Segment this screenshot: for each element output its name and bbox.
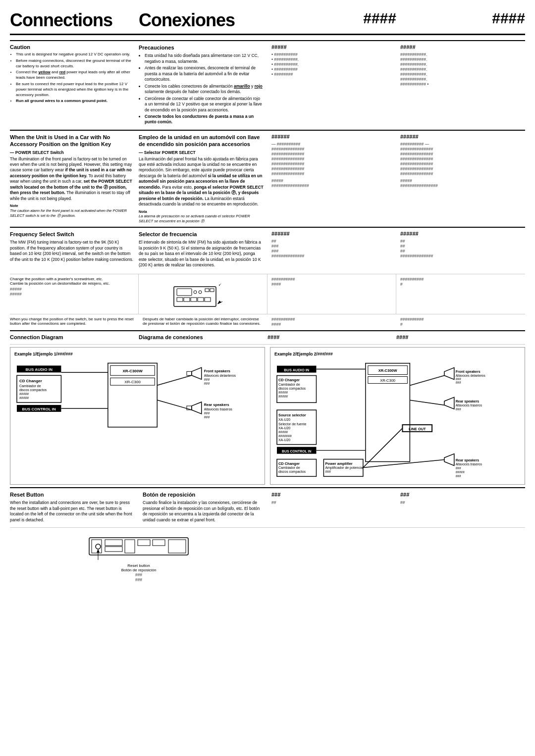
diagram-ex2-title: Example 2/Ejemplo 2/###/### xyxy=(274,352,521,356)
svg-text:Altavoces traseros: Altavoces traseros xyxy=(456,462,482,466)
title-english: Connections xyxy=(10,10,139,31)
svg-text:#####: ##### xyxy=(19,396,29,400)
svg-text:###: ### xyxy=(204,411,210,415)
svg-rect-9 xyxy=(198,298,204,302)
caution-item-4: Be sure to connect the red power input l… xyxy=(16,82,135,98)
reset-diagram-area: Reset button Botón de reposición ### ### xyxy=(10,528,268,587)
diagram-example1: Example 1/Ejemplo 1/###/### CD Changer C… xyxy=(10,347,265,485)
svg-marker-109 xyxy=(97,549,100,553)
svg-text:XA-U20: XA-U20 xyxy=(278,426,290,430)
svg-rect-105 xyxy=(138,540,150,546)
frequency-title-es: Selector de frecuencia xyxy=(139,231,264,238)
svg-text:Altavoces traseros: Altavoces traseros xyxy=(204,407,233,411)
svg-text:XR-C300: XR-C300 xyxy=(380,378,395,383)
svg-text:CD Changer: CD Changer xyxy=(278,461,300,466)
svg-rect-103 xyxy=(105,547,122,552)
frequency-body-en: The MW (FM) tuning interval is factory-s… xyxy=(10,240,135,262)
svg-text:###: ### xyxy=(456,474,461,478)
svg-text:XR-C300W: XR-C300W xyxy=(378,368,398,373)
prec-item-4: Cerciórese de conectar el cable conector… xyxy=(145,96,264,113)
svg-text:Rear speakers: Rear speakers xyxy=(204,403,229,407)
svg-marker-73 xyxy=(444,368,454,380)
reset-body-en: When the installation and connections ar… xyxy=(10,500,135,523)
title-spanish: Conexiones xyxy=(139,10,268,31)
svg-text:###: ### xyxy=(456,381,461,384)
svg-rect-7 xyxy=(184,298,190,302)
reset-section-en: Reset Button When the installation and c… xyxy=(10,488,139,527)
svg-text:Altavoces traseros: Altavoces traseros xyxy=(456,403,482,407)
svg-rect-107 xyxy=(168,540,186,553)
diagram1-svg: CD Changer Cambiador de discos compactos… xyxy=(14,360,261,440)
hash-ign-title3: ###### xyxy=(271,134,392,140)
switch-note-col3: ########## #### xyxy=(268,274,396,314)
svg-text:Selector de fuente: Selector de fuente xyxy=(278,422,306,426)
caution-item-5: Run all ground wires to a common ground … xyxy=(16,99,135,104)
ignition-section-es: Empleo de la unidad en un automóvil con … xyxy=(139,131,268,227)
svg-text:#####: ##### xyxy=(278,395,288,398)
svg-line-98 xyxy=(363,459,444,467)
precauciones-section: Precauciones Esta unidad ha sido diseñad… xyxy=(139,41,268,130)
frequency-section-es: Selector de frecuencia El intervalo de s… xyxy=(139,228,268,273)
hash-title-4: ##### xyxy=(400,44,521,50)
svg-marker-97 xyxy=(444,454,454,466)
svg-text:BUS AUDIO IN: BUS AUDIO IN xyxy=(26,367,53,372)
header-hash-1: #### xyxy=(268,10,396,31)
conn-diagram-title-en: Connection Diagram xyxy=(10,331,139,344)
svg-rect-5 xyxy=(210,289,214,292)
svg-marker-39 xyxy=(192,402,202,414)
ignition-subtitle-es: — Selector POWER SELECT xyxy=(139,150,264,155)
svg-text:###: ### xyxy=(204,382,210,385)
caution-list: This unit is designed for negative groun… xyxy=(10,52,135,104)
caution-item-3: Connect the yellow and red power input l… xyxy=(16,70,135,81)
hash-freq-title4: ###### xyxy=(400,231,521,237)
ignition-note-en: Note The caution alarm for the front pan… xyxy=(10,203,135,218)
switch-note-col4: ########## # xyxy=(396,274,525,314)
svg-rect-106 xyxy=(153,540,165,546)
svg-text:XR-C300W: XR-C300W xyxy=(122,369,143,373)
svg-text:###: ### xyxy=(204,378,210,381)
hash-col3-caution: ##### • ########## • ##########. • #####… xyxy=(268,41,396,130)
diagram2-svg: CD Changer Cambiador de discos compactos… xyxy=(274,360,521,479)
svg-text:CD Changer: CD Changer xyxy=(19,379,42,383)
svg-rect-99 xyxy=(89,538,188,555)
ignition-body-en: The illumination of the front panel is f… xyxy=(10,156,135,218)
svg-line-72 xyxy=(410,375,444,385)
svg-text:XA-U20: XA-U20 xyxy=(278,438,290,442)
reset-body-es: Cuando finalice la instalación y las con… xyxy=(143,500,264,523)
svg-rect-34 xyxy=(187,371,192,375)
conn-diagram-hash4: #### xyxy=(396,331,525,344)
precauciones-body: Esta unidad ha sido diseñada para alimen… xyxy=(139,53,264,125)
svg-text:XR-C300: XR-C300 xyxy=(124,380,141,384)
svg-text:BUS CONTROL IN: BUS CONTROL IN xyxy=(22,407,56,411)
svg-text:CD Changer: CD Changer xyxy=(278,378,300,382)
svg-rect-8 xyxy=(191,298,197,302)
caution-title: Caution xyxy=(10,44,135,50)
prec-item-1: Esta unidad ha sido diseñada para alimen… xyxy=(145,53,264,64)
svg-text:Front speakers: Front speakers xyxy=(204,369,230,373)
svg-text:###: ### xyxy=(325,470,331,473)
hash-col3-ignition: ###### — ########## ############## #####… xyxy=(268,131,396,227)
svg-text:BUS AUDIO IN: BUS AUDIO IN xyxy=(284,368,309,372)
svg-text:Power amplifier: Power amplifier xyxy=(325,461,352,466)
svg-rect-100 xyxy=(92,540,102,553)
svg-text:#####: ##### xyxy=(456,470,465,474)
reset-svg xyxy=(64,533,213,562)
svg-marker-12 xyxy=(217,301,221,304)
precauciones-list: Esta unidad ha sido diseñada para alimen… xyxy=(139,53,264,125)
svg-text:Rear speakers: Rear speakers xyxy=(456,458,480,462)
svg-point-3 xyxy=(199,291,202,294)
svg-line-78 xyxy=(410,400,444,405)
svg-marker-79 xyxy=(444,397,454,409)
svg-line-32 xyxy=(157,400,192,410)
header-hash-2: #### xyxy=(396,10,525,31)
caution-item-2: Before making connections, disconnect th… xyxy=(16,58,135,69)
caution-body: This unit is designed for negative groun… xyxy=(10,52,135,104)
hash-ign-title4: ###### xyxy=(400,134,521,140)
svg-text:Rear speakers: Rear speakers xyxy=(456,400,480,403)
reset-section-es: Botón de reposición Cuando finalice la i… xyxy=(139,488,268,527)
svg-text:#######: ####### xyxy=(278,434,292,438)
reset-hash3: ### ## xyxy=(268,488,396,527)
hash-ign-lines3: — ########## ############## ############… xyxy=(271,142,392,188)
diagram-ex1-title: Example 1/Ejemplo 1/###/### xyxy=(14,352,261,356)
svg-text:discos compactos: discos compactos xyxy=(278,387,306,391)
